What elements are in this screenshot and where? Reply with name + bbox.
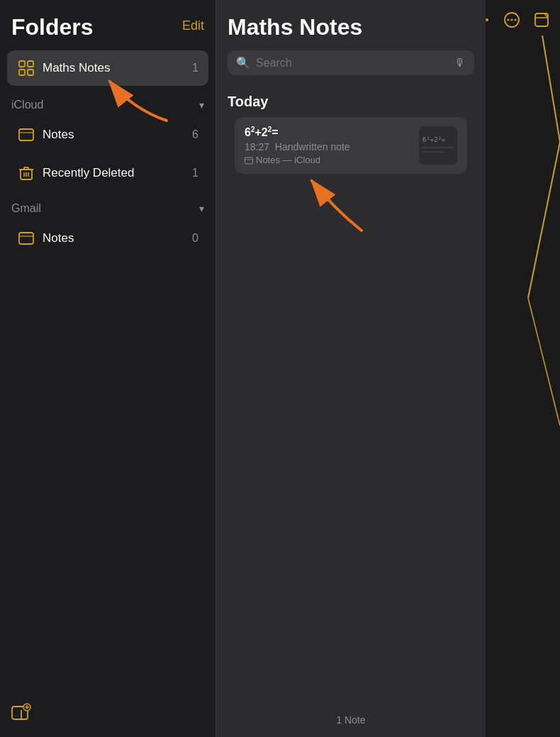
note-thumbnail: 6²+2²= — [419, 126, 457, 165]
gmail-notes-folder-item[interactable]: Notes 0 — [7, 221, 208, 256]
search-bar[interactable]: 🔍 🎙 — [228, 50, 474, 75]
svg-rect-0 — [19, 61, 25, 67]
recently-deleted-folder-item[interactable]: Recently Deleted 1 — [7, 155, 208, 191]
left-footer — [11, 703, 31, 723]
right-panel: risla.com — [486, 0, 560, 737]
today-label: Today — [228, 94, 474, 110]
today-section: Today 62+22= 18:27 Handwritten note Note… — [216, 82, 486, 179]
icloud-chevron-icon: ▾ — [199, 99, 204, 111]
svg-rect-22 — [245, 157, 253, 164]
icloud-notes-count: 6 — [192, 128, 198, 141]
search-input[interactable] — [256, 57, 449, 70]
recently-deleted-count: 1 — [192, 167, 198, 179]
maths-notes-icon — [17, 59, 35, 77]
svg-rect-2 — [19, 70, 25, 75]
left-header: Folders Edit — [0, 0, 215, 48]
gmail-chevron-icon: ▾ — [199, 203, 204, 214]
trash-icon — [17, 164, 35, 182]
svg-line-39 — [528, 298, 560, 426]
icloud-notes-icon — [17, 126, 35, 144]
new-folder-icon — [11, 703, 31, 723]
maths-notes-label: Maths Notes — [43, 61, 192, 75]
note-count: 1 Note — [336, 714, 365, 726]
gmail-notes-icon — [17, 229, 35, 248]
note-folder: Notes — iCloud — [245, 155, 412, 165]
new-folder-button[interactable] — [11, 703, 31, 723]
icloud-notes-folder-item[interactable]: Notes 6 — [7, 117, 208, 153]
note-card-text: 62+22= 18:27 Handwritten note Notes — iC… — [245, 126, 412, 165]
svg-text:6²+2²=: 6²+2²= — [422, 136, 446, 143]
gmail-label: Gmail — [11, 202, 41, 215]
note-folder-icon — [245, 156, 253, 165]
mic-icon: 🎙 — [454, 57, 466, 70]
note-title: 62+22= — [245, 126, 412, 139]
folders-title: Folders — [11, 14, 94, 40]
gmail-section-header[interactable]: Gmail ▾ — [0, 192, 215, 219]
gmail-notes-label: Notes — [43, 231, 192, 245]
canvas-decoration — [486, 0, 560, 737]
icloud-section-header[interactable]: iCloud ▾ — [0, 89, 215, 116]
middle-footer: 1 Note — [216, 714, 486, 726]
recently-deleted-label: Recently Deleted — [43, 166, 192, 180]
maths-notes-count: 1 — [192, 62, 198, 74]
middle-panel: Maths Notes 🔍 🎙 Today 62+22= 18:27 Handw… — [216, 0, 486, 737]
svg-line-37 — [542, 35, 560, 142]
svg-rect-1 — [28, 61, 33, 67]
svg-rect-4 — [19, 129, 33, 140]
svg-rect-3 — [28, 70, 33, 75]
edit-button[interactable]: Edit — [182, 14, 204, 33]
note-meta: 18:27 Handwritten note — [245, 141, 412, 153]
svg-line-38 — [528, 142, 560, 298]
middle-header: Maths Notes 🔍 🎙 — [216, 0, 486, 82]
search-icon: 🔍 — [236, 56, 250, 70]
note-card[interactable]: 62+22= 18:27 Handwritten note Notes — iC… — [235, 117, 467, 174]
left-panel: Folders Edit Maths Notes 1 iCloud ▾ N — [0, 0, 216, 737]
svg-rect-14 — [19, 233, 33, 244]
maths-notes-folder-item[interactable]: Maths Notes 1 — [7, 50, 208, 86]
icloud-notes-label: Notes — [43, 128, 192, 142]
icloud-label: iCloud — [11, 99, 43, 111]
maths-notes-title: Maths Notes — [228, 14, 474, 40]
gmail-notes-count: 0 — [192, 232, 198, 245]
